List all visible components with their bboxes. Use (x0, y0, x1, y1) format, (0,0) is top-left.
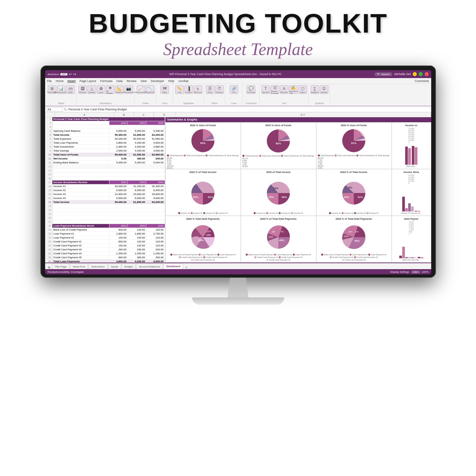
legend-item: Total Expenses (242, 155, 259, 157)
col-e-header: E-Y (175, 112, 431, 117)
svg-text:45%: 45% (279, 239, 284, 242)
chart-debt-2023: 2023 % of Total Debt Payments (241, 216, 316, 263)
ending-balance-row: 12 Ending Bank Balance 5,000.00 5,300.00… (45, 161, 165, 165)
bar-debt5 (411, 257, 414, 258)
menu-help[interactable]: Help (168, 79, 175, 83)
tab-title-page[interactable]: Title Page (52, 264, 70, 269)
screenshot-icon[interactable]: 📷 Screenshot (125, 85, 133, 94)
chart-uses-2023-title: 2023 % Uses of Funds (265, 124, 291, 127)
menu-formulas[interactable]: Formulas (100, 79, 113, 83)
chart-debt-2023-title: 2023 % of Total Debt Payments (260, 217, 296, 220)
3d-models-icon[interactable]: ◈ 3D Models (106, 85, 115, 94)
chart-income-2022-title: 2022 % of Total Income (189, 171, 216, 174)
bar-debt6 (414, 257, 417, 258)
user-name: Michelle Oel (394, 72, 411, 76)
view-page-icon[interactable]: ⊡ (417, 270, 420, 274)
legend-dot (266, 212, 268, 214)
legend-label: Credit Card Payment #2 (281, 256, 302, 258)
bar-debt-wrapper (393, 236, 430, 259)
chart-debt-2024-legend: Bank Line of Credit Payment Loan Payment… (318, 254, 390, 261)
menu-data[interactable]: Data (117, 79, 123, 83)
search-box[interactable]: 🔍 Search (375, 72, 392, 76)
view-normal-icon[interactable]: ⊟ (412, 270, 414, 274)
tab-inputs[interactable]: Inputs (108, 264, 121, 269)
legend-label: Total Investments (359, 154, 375, 156)
menu-file[interactable]: File (47, 79, 52, 83)
undo-icon[interactable]: ↩ (69, 72, 72, 76)
legend-dot (246, 254, 248, 256)
icons-icon[interactable]: ✿ Icons (97, 85, 105, 94)
menu-acrobat[interactable]: Acrobat (178, 79, 188, 83)
line-icon[interactable]: 📏 Line (175, 85, 184, 94)
svg-text:3%: 3% (272, 231, 275, 233)
chart-uses-2024-legend: Total Expenses Total Loan Payments Total… (318, 154, 389, 156)
tab-dashboard[interactable]: Dashboard (163, 264, 183, 269)
legend-label: Loan Payment #1 (201, 254, 217, 256)
pie-slice-income1 (203, 193, 214, 205)
legend-dot (203, 212, 205, 214)
text-box-icon[interactable]: T Text Box (262, 85, 270, 94)
sheet-tab-more[interactable]: + (184, 266, 189, 269)
cell-reference-input[interactable] (46, 107, 63, 112)
tab-instructions[interactable]: Instructions (88, 264, 108, 269)
tab-budget[interactable]: Budget (122, 264, 136, 269)
autosave-toggle[interactable]: OFF (60, 73, 68, 75)
menu-pagelayout[interactable]: Page Layout (80, 79, 97, 83)
menu-developer[interactable]: Developer (151, 79, 164, 83)
chart-uses-2024-title: 2024 % Uses of Funds (341, 124, 367, 127)
shapes-icon[interactable]: △ Shapes (88, 85, 96, 94)
bar-debt4 (408, 257, 411, 258)
symbol-icon[interactable]: Ω Symbol (320, 85, 328, 94)
redo-icon[interactable]: ↪ (73, 72, 76, 76)
slicer-icon[interactable]: ☰ Slicer (206, 85, 214, 94)
legend-label: Loan Payment #1 (277, 254, 292, 256)
smartart-icon[interactable]: 📐 SmartArt (115, 85, 124, 94)
equation-icon[interactable]: ∑ Equation (311, 85, 319, 94)
menu-insert[interactable]: Insert (68, 79, 76, 83)
legend-item: Credit Card Payment #1 (254, 256, 278, 258)
pie-income-2023: 75% 50% 10% (265, 180, 292, 206)
bar-labels: 2024 202... (406, 165, 416, 167)
excel-titlebar: AutoSave OFF ↩ ↪ WR Personal 3 Year Cash… (45, 70, 431, 78)
header-footer-icon[interactable]: ⊡ Header & Footer (271, 85, 279, 94)
excel-menu: File Home Insert Page Layout Formulas Da… (45, 78, 431, 84)
legend-label: Loan Payment #2 (295, 254, 311, 256)
pivot-chart-icon[interactable]: 📉 PivotChart (146, 85, 154, 94)
add-sheet-button[interactable]: ⊕ (46, 266, 52, 269)
table-icon[interactable]: 🗃 Table (66, 85, 75, 94)
maps-icon[interactable]: 🗺 Maps (160, 85, 169, 94)
object-icon[interactable]: ⬡ Object (298, 85, 307, 94)
loan-row: 31 Loan Payment #2 120.00 120.00 120.00 (45, 236, 165, 240)
legend-label: Income #2 (269, 212, 278, 214)
wordart-icon[interactable]: A WordArt (280, 85, 289, 94)
timeline-icon[interactable]: ⏱ Timeline (215, 85, 224, 94)
tab-read-first[interactable]: Read First (70, 264, 88, 269)
close-btn[interactable]: × (425, 72, 429, 76)
link-icon[interactable]: 🔗 Link (230, 85, 238, 94)
legend-item: Loan Payment #2 (217, 254, 236, 256)
legend-item: Income #3 (279, 212, 291, 214)
comment-icon[interactable]: 💬 Comment (247, 85, 255, 94)
minimize-btn[interactable]: − (413, 72, 417, 76)
pie-debt-2022: 25% 13% 12% 37% (190, 224, 216, 250)
maximize-btn[interactable]: □ (419, 72, 423, 76)
bar-income-vs-wrapper (393, 144, 430, 165)
signature-line-icon[interactable]: ✍ Signature Line (289, 85, 298, 94)
pictures-icon[interactable]: 🖼 Pictures (78, 85, 87, 94)
recommended-charts-icon[interactable]: 📈 Recommended (137, 85, 145, 94)
comments-btn[interactable]: Comments (415, 79, 429, 83)
recommended-pivot-icon[interactable]: 📊 Recommended (57, 85, 66, 94)
svg-text:51%: 51% (358, 196, 363, 199)
loan-section-title: Loan Payment Breakdown Revie (52, 224, 109, 228)
winloss-icon[interactable]: ± Win/Loss (194, 85, 202, 94)
legend-label: Total Expenses (245, 155, 259, 157)
ribbon-text: T Text Box ⊡ Header & Footer A WordArt (260, 85, 309, 105)
view-layout-icon[interactable]: ⊞ (414, 270, 417, 274)
pie-slice-income2 (342, 193, 354, 205)
menu-home[interactable]: Home (56, 79, 64, 83)
tab-account-balances[interactable]: Account Balances (136, 264, 163, 269)
menu-view[interactable]: View (140, 79, 147, 83)
column-icon[interactable]: ▐ Column (184, 85, 193, 94)
savings-row: 9 Total Savings 2,940.00 4,440.00 4,500.… (45, 149, 165, 153)
menu-review[interactable]: Review (127, 79, 137, 83)
